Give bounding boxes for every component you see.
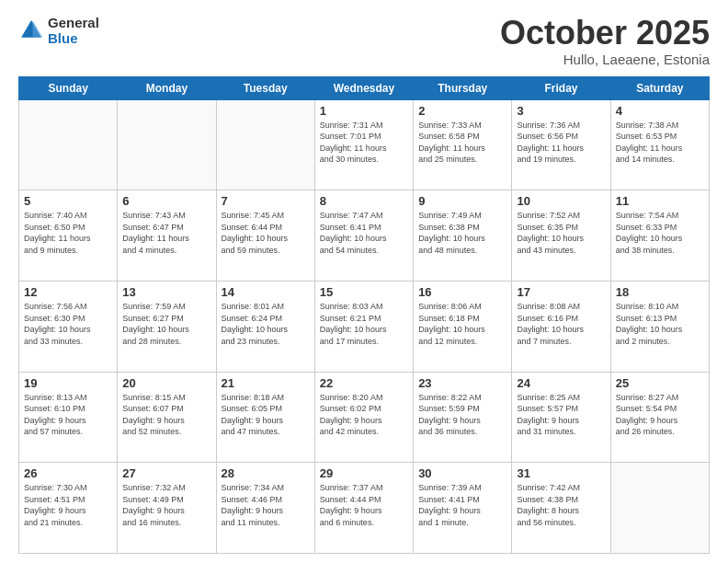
day-info: Sunrise: 7:36 AM Sunset: 6:56 PM Dayligh… bbox=[517, 120, 605, 166]
table-row: 14Sunrise: 8:01 AM Sunset: 6:24 PM Dayli… bbox=[216, 281, 314, 372]
table-row: 9Sunrise: 7:49 AM Sunset: 6:38 PM Daylig… bbox=[414, 190, 512, 282]
col-friday: Friday bbox=[512, 76, 610, 99]
table-row: 13Sunrise: 7:59 AM Sunset: 6:27 PM Dayli… bbox=[118, 281, 216, 372]
table-row: 11Sunrise: 7:54 AM Sunset: 6:33 PM Dayli… bbox=[610, 190, 709, 282]
table-row bbox=[118, 99, 216, 190]
table-row: 26Sunrise: 7:30 AM Sunset: 4:51 PM Dayli… bbox=[19, 463, 118, 554]
day-number: 13 bbox=[122, 285, 210, 299]
day-info: Sunrise: 8:15 AM Sunset: 6:07 PM Dayligh… bbox=[122, 392, 210, 438]
day-number: 28 bbox=[222, 466, 310, 480]
day-info: Sunrise: 7:39 AM Sunset: 4:41 PM Dayligh… bbox=[418, 482, 506, 528]
day-number: 10 bbox=[517, 194, 605, 208]
day-info: Sunrise: 8:03 AM Sunset: 6:21 PM Dayligh… bbox=[320, 301, 408, 347]
day-number: 5 bbox=[24, 194, 112, 208]
day-number: 18 bbox=[616, 285, 704, 299]
table-row: 23Sunrise: 8:22 AM Sunset: 5:59 PM Dayli… bbox=[414, 372, 512, 463]
day-info: Sunrise: 8:20 AM Sunset: 6:02 PM Dayligh… bbox=[320, 392, 408, 438]
col-wednesday: Wednesday bbox=[314, 76, 413, 99]
table-row: 22Sunrise: 8:20 AM Sunset: 6:02 PM Dayli… bbox=[314, 372, 413, 463]
svg-marker-1 bbox=[33, 20, 43, 38]
day-number: 21 bbox=[222, 376, 310, 390]
day-number: 12 bbox=[24, 285, 112, 299]
day-number: 9 bbox=[418, 194, 506, 208]
col-sunday: Sunday bbox=[19, 76, 118, 99]
page: General Blue October 2025 Hullo, Laeaene… bbox=[0, 0, 728, 563]
calendar-week-2: 12Sunrise: 7:56 AM Sunset: 6:30 PM Dayli… bbox=[19, 281, 710, 372]
day-number: 15 bbox=[320, 285, 408, 299]
day-info: Sunrise: 7:37 AM Sunset: 4:44 PM Dayligh… bbox=[320, 482, 408, 528]
table-row: 12Sunrise: 7:56 AM Sunset: 6:30 PM Dayli… bbox=[19, 281, 118, 372]
table-row: 17Sunrise: 8:08 AM Sunset: 6:16 PM Dayli… bbox=[512, 281, 610, 372]
logo: General Blue bbox=[18, 15, 99, 46]
calendar-header-row: Sunday Monday Tuesday Wednesday Thursday… bbox=[19, 76, 710, 99]
calendar-week-1: 5Sunrise: 7:40 AM Sunset: 6:50 PM Daylig… bbox=[19, 190, 710, 282]
col-monday: Monday bbox=[118, 76, 216, 99]
table-row: 18Sunrise: 8:10 AM Sunset: 6:13 PM Dayli… bbox=[610, 281, 709, 372]
day-info: Sunrise: 8:18 AM Sunset: 6:05 PM Dayligh… bbox=[222, 392, 310, 438]
subtitle: Hullo, Laeaene, Estonia bbox=[500, 52, 710, 67]
day-number: 2 bbox=[418, 104, 506, 118]
table-row bbox=[19, 99, 118, 190]
day-number: 6 bbox=[122, 194, 210, 208]
table-row: 10Sunrise: 7:52 AM Sunset: 6:35 PM Dayli… bbox=[512, 190, 610, 282]
day-info: Sunrise: 8:10 AM Sunset: 6:13 PM Dayligh… bbox=[616, 301, 704, 347]
logo-text: General Blue bbox=[48, 15, 99, 46]
table-row: 4Sunrise: 7:38 AM Sunset: 6:53 PM Daylig… bbox=[610, 99, 709, 190]
table-row: 5Sunrise: 7:40 AM Sunset: 6:50 PM Daylig… bbox=[19, 190, 118, 282]
calendar-table: Sunday Monday Tuesday Wednesday Thursday… bbox=[18, 76, 710, 554]
day-number: 17 bbox=[517, 285, 605, 299]
day-number: 25 bbox=[616, 376, 704, 390]
day-number: 27 bbox=[122, 466, 210, 480]
table-row: 30Sunrise: 7:39 AM Sunset: 4:41 PM Dayli… bbox=[414, 463, 512, 554]
table-row: 21Sunrise: 8:18 AM Sunset: 6:05 PM Dayli… bbox=[216, 372, 314, 463]
table-row: 2Sunrise: 7:33 AM Sunset: 6:58 PM Daylig… bbox=[414, 99, 512, 190]
day-info: Sunrise: 7:43 AM Sunset: 6:47 PM Dayligh… bbox=[122, 210, 210, 256]
day-number: 4 bbox=[616, 104, 704, 118]
calendar-week-4: 26Sunrise: 7:30 AM Sunset: 4:51 PM Dayli… bbox=[19, 463, 710, 554]
day-info: Sunrise: 7:33 AM Sunset: 6:58 PM Dayligh… bbox=[418, 120, 506, 166]
col-thursday: Thursday bbox=[414, 76, 512, 99]
day-info: Sunrise: 7:42 AM Sunset: 4:38 PM Dayligh… bbox=[517, 482, 605, 528]
table-row: 20Sunrise: 8:15 AM Sunset: 6:07 PM Dayli… bbox=[118, 372, 216, 463]
day-info: Sunrise: 7:38 AM Sunset: 6:53 PM Dayligh… bbox=[616, 120, 704, 166]
day-info: Sunrise: 7:52 AM Sunset: 6:35 PM Dayligh… bbox=[517, 210, 605, 256]
day-info: Sunrise: 8:22 AM Sunset: 5:59 PM Dayligh… bbox=[418, 392, 506, 438]
table-row: 6Sunrise: 7:43 AM Sunset: 6:47 PM Daylig… bbox=[118, 190, 216, 282]
table-row: 29Sunrise: 7:37 AM Sunset: 4:44 PM Dayli… bbox=[314, 463, 413, 554]
day-number: 26 bbox=[24, 466, 112, 480]
day-info: Sunrise: 7:30 AM Sunset: 4:51 PM Dayligh… bbox=[24, 482, 112, 528]
calendar-week-0: 1Sunrise: 7:31 AM Sunset: 7:01 PM Daylig… bbox=[19, 99, 710, 190]
col-tuesday: Tuesday bbox=[216, 76, 314, 99]
day-number: 11 bbox=[616, 194, 704, 208]
day-info: Sunrise: 8:06 AM Sunset: 6:18 PM Dayligh… bbox=[418, 301, 506, 347]
day-info: Sunrise: 7:59 AM Sunset: 6:27 PM Dayligh… bbox=[122, 301, 210, 347]
day-number: 16 bbox=[418, 285, 506, 299]
table-row: 3Sunrise: 7:36 AM Sunset: 6:56 PM Daylig… bbox=[512, 99, 610, 190]
day-number: 19 bbox=[24, 376, 112, 390]
day-info: Sunrise: 8:25 AM Sunset: 5:57 PM Dayligh… bbox=[517, 392, 605, 438]
table-row: 25Sunrise: 8:27 AM Sunset: 5:54 PM Dayli… bbox=[610, 372, 709, 463]
table-row bbox=[216, 99, 314, 190]
col-saturday: Saturday bbox=[610, 76, 709, 99]
table-row: 7Sunrise: 7:45 AM Sunset: 6:44 PM Daylig… bbox=[216, 190, 314, 282]
logo-icon bbox=[18, 17, 44, 43]
table-row: 27Sunrise: 7:32 AM Sunset: 4:49 PM Dayli… bbox=[118, 463, 216, 554]
day-number: 22 bbox=[320, 376, 408, 390]
day-number: 29 bbox=[320, 466, 408, 480]
day-info: Sunrise: 7:40 AM Sunset: 6:50 PM Dayligh… bbox=[24, 210, 112, 256]
day-number: 14 bbox=[222, 285, 310, 299]
day-number: 24 bbox=[517, 376, 605, 390]
day-number: 1 bbox=[320, 104, 408, 118]
day-number: 23 bbox=[418, 376, 506, 390]
table-row bbox=[610, 463, 709, 554]
day-number: 20 bbox=[122, 376, 210, 390]
day-number: 8 bbox=[320, 194, 408, 208]
table-row: 1Sunrise: 7:31 AM Sunset: 7:01 PM Daylig… bbox=[314, 99, 413, 190]
table-row: 19Sunrise: 8:13 AM Sunset: 6:10 PM Dayli… bbox=[19, 372, 118, 463]
day-info: Sunrise: 8:27 AM Sunset: 5:54 PM Dayligh… bbox=[616, 392, 704, 438]
header: General Blue October 2025 Hullo, Laeaene… bbox=[18, 15, 710, 67]
table-row: 31Sunrise: 7:42 AM Sunset: 4:38 PM Dayli… bbox=[512, 463, 610, 554]
day-info: Sunrise: 7:45 AM Sunset: 6:44 PM Dayligh… bbox=[222, 210, 310, 256]
day-info: Sunrise: 7:56 AM Sunset: 6:30 PM Dayligh… bbox=[24, 301, 112, 347]
day-info: Sunrise: 7:32 AM Sunset: 4:49 PM Dayligh… bbox=[122, 482, 210, 528]
